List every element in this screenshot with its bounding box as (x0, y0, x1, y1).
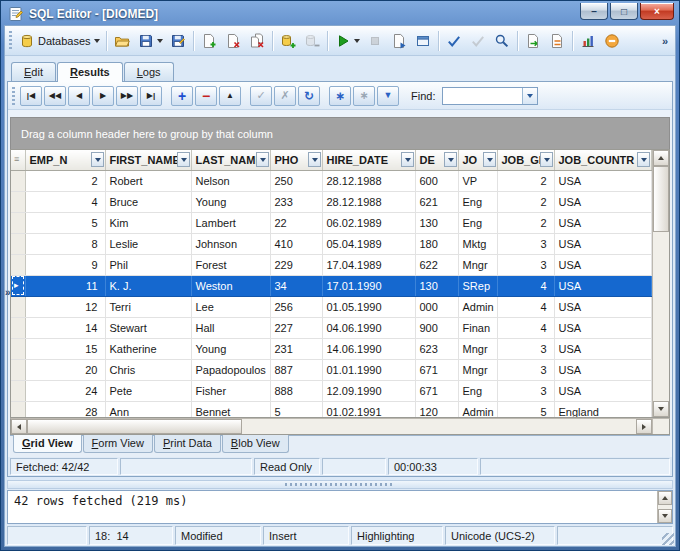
tab-edit[interactable]: Edit (11, 62, 56, 81)
cell-first-name[interactable]: Leslie (105, 233, 191, 254)
titlebar[interactable]: SQL Editor - [DIOMED] – □ × (4, 1, 676, 25)
cell-first-name[interactable]: Kim (105, 212, 191, 233)
tab-print-data[interactable]: Print Data (154, 435, 221, 453)
export-as-script-button[interactable] (546, 29, 569, 53)
column-header-hire-date[interactable]: HIRE_DATE (322, 150, 415, 170)
next-record-button[interactable]: ▶ (92, 86, 114, 106)
cell-hire-date[interactable]: 06.02.1989 (322, 212, 415, 233)
column-header-job-code[interactable]: JO (458, 150, 497, 170)
cell-dept[interactable]: 622 (415, 254, 458, 275)
horizontal-scroll-track[interactable] (242, 419, 636, 434)
cancel-fetch-button[interactable] (601, 29, 624, 53)
column-header-job-country[interactable]: JOB_COUNTR (554, 150, 652, 170)
cell-phone[interactable]: 233 (270, 191, 322, 212)
find-dropdown-button[interactable] (522, 88, 537, 104)
find-input[interactable] (443, 88, 522, 104)
cell-hire-date[interactable]: 01.01.1990 (322, 359, 415, 380)
cell-emp-no[interactable]: 5 (25, 212, 105, 233)
cell-first-name[interactable]: Phil (105, 254, 191, 275)
close-all-queries-button[interactable] (246, 29, 269, 53)
cell-last-name[interactable]: Lambert (191, 212, 270, 233)
cell-last-name[interactable]: Johnson (191, 233, 270, 254)
table-row[interactable]: 2 Robert Nelson 250 28.12.1988 600 VP 2 … (11, 170, 652, 191)
next-page-button[interactable]: ▶▶ (116, 86, 138, 106)
cell-emp-no[interactable]: 20 (25, 359, 105, 380)
vertical-scroll-track[interactable] (653, 232, 669, 401)
tab-grid-view[interactable]: Grid View (13, 435, 82, 453)
cell-hire-date[interactable]: 28.12.1988 (322, 191, 415, 212)
tab-blob-view[interactable]: Blob View (222, 435, 289, 453)
validate-button[interactable] (443, 29, 466, 53)
cell-job-grade[interactable]: 2 (497, 212, 554, 233)
cell-job-country[interactable]: USA (554, 212, 652, 233)
cell-first-name[interactable]: Ann (105, 401, 191, 417)
cell-job-country[interactable]: USA (554, 275, 652, 296)
horizontal-scroll-thumb[interactable] (27, 419, 242, 434)
column-header-dept[interactable]: DE (415, 150, 458, 170)
table-row[interactable]: 24 Pete Fisher 888 12.09.1990 671 Eng 3 … (11, 380, 652, 401)
stop-button[interactable] (364, 29, 387, 53)
cell-emp-no[interactable]: 4 (25, 191, 105, 212)
splitter[interactable] (7, 480, 673, 489)
cell-job-code[interactable]: Eng (458, 380, 497, 401)
cell-job-grade[interactable]: 2 (497, 170, 554, 191)
cell-dept[interactable]: 623 (415, 338, 458, 359)
cell-last-name[interactable]: Forest (191, 254, 270, 275)
cell-dept[interactable]: 000 (415, 296, 458, 317)
cell-hire-date[interactable]: 01.05.1990 (322, 296, 415, 317)
cell-hire-date[interactable]: 17.01.1990 (322, 275, 415, 296)
prior-record-button[interactable]: ◀ (68, 86, 90, 106)
cell-job-code[interactable]: Admin (458, 401, 497, 417)
cell-phone[interactable]: 22 (270, 212, 322, 233)
cell-emp-no[interactable]: 14 (25, 317, 105, 338)
cell-job-country[interactable]: USA (554, 254, 652, 275)
column-header-job-grade[interactable]: JOB_GR (497, 150, 554, 170)
cell-job-country[interactable]: USA (554, 359, 652, 380)
table-row[interactable]: 14 Stewart Hall 227 04.06.1990 900 Finan… (11, 317, 652, 338)
cell-emp-no[interactable]: 24 (25, 380, 105, 401)
toolbar-grip[interactable] (9, 31, 12, 51)
cell-job-country[interactable]: USA (554, 191, 652, 212)
cell-phone[interactable]: 5 (270, 401, 322, 417)
cell-job-country[interactable]: England (554, 401, 652, 417)
column-filter-dropdown[interactable] (444, 152, 457, 167)
cell-job-code[interactable]: VP (458, 170, 497, 191)
cell-hire-date[interactable]: 14.06.1990 (322, 338, 415, 359)
cell-dept[interactable]: 600 (415, 170, 458, 191)
cell-hire-date[interactable]: 04.06.1990 (322, 317, 415, 338)
scroll-up-button[interactable] (653, 150, 669, 166)
cell-last-name[interactable]: Papadopoulos (191, 359, 270, 380)
table-row[interactable]: 9 Phil Forest 229 17.04.1989 622 Mngr 3 … (11, 254, 652, 275)
cell-dept[interactable]: 671 (415, 380, 458, 401)
table-row[interactable]: 8 Leslie Johnson 410 05.04.1989 180 Mktg… (11, 233, 652, 254)
cell-first-name[interactable]: Robert (105, 170, 191, 191)
query-manager-button[interactable] (412, 29, 435, 53)
cell-last-name[interactable]: Young (191, 338, 270, 359)
cell-last-name[interactable]: Lee (191, 296, 270, 317)
cell-job-country[interactable]: USA (554, 170, 652, 191)
cell-first-name[interactable]: Chris (105, 359, 191, 380)
cell-job-code[interactable]: Mktg (458, 233, 497, 254)
cell-last-name[interactable]: Fisher (191, 380, 270, 401)
navigator-grip[interactable] (12, 87, 15, 105)
cell-dept[interactable]: 120 (415, 401, 458, 417)
column-header-phone[interactable]: PHO (270, 150, 322, 170)
cell-phone[interactable]: 887 (270, 359, 322, 380)
cell-job-grade[interactable]: 3 (497, 359, 554, 380)
cell-phone[interactable]: 227 (270, 317, 322, 338)
execute-button[interactable] (332, 29, 363, 53)
refresh-button[interactable]: ↻ (298, 86, 320, 106)
cell-job-grade[interactable]: 4 (497, 296, 554, 317)
last-record-button[interactable]: ▶| (140, 86, 162, 106)
delete-record-button[interactable]: − (195, 86, 217, 106)
cell-dept[interactable]: 671 (415, 359, 458, 380)
cancel-edit-button[interactable]: ✗ (274, 86, 296, 106)
cell-dept[interactable]: 130 (415, 212, 458, 233)
cell-first-name[interactable]: Bruce (105, 191, 191, 212)
tab-logs[interactable]: Logs (124, 62, 174, 81)
post-edit-button[interactable]: ✓ (250, 86, 272, 106)
register-database-button[interactable] (277, 29, 300, 53)
cell-phone[interactable]: 888 (270, 380, 322, 401)
tab-results[interactable]: Results (57, 62, 123, 82)
save-as-button[interactable] (167, 29, 190, 53)
